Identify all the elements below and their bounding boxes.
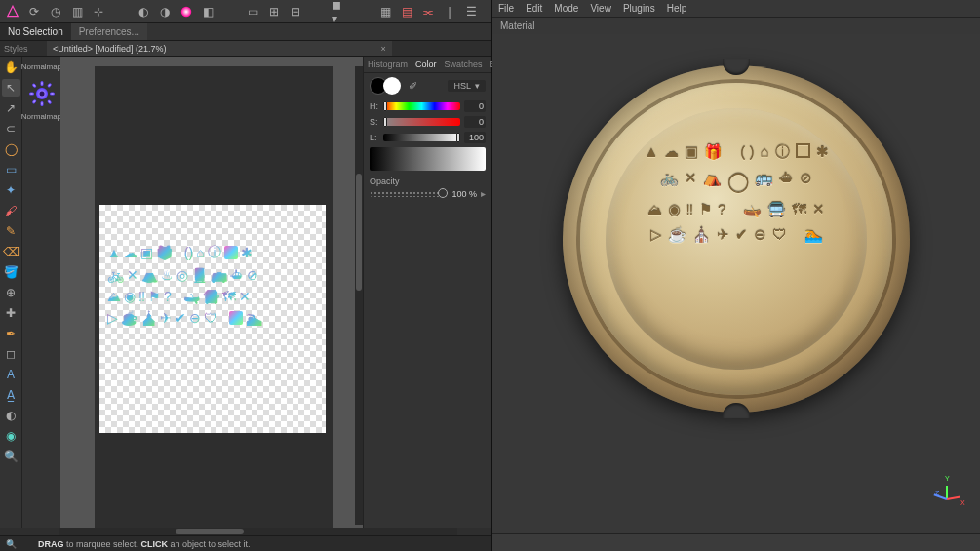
canvas-area[interactable]: ▲☁▣🎁 ()⌂ⓘ✱ 🚲✕⛺♨◎🚆🚌⛴⊘ ⛰◉‼⚑? 🛶🚍🗺✕ ▷☕⛪✈✔⊖🛡 … [60,57,363,528]
normalmap-tab[interactable]: Normalmap [20,60,63,73]
context-preferences[interactable]: Preferences... [71,23,147,40]
styles-panel-label[interactable]: Styles [4,44,28,54]
gradient-preview[interactable] [370,147,486,171]
document-tab-active[interactable]: <Untitled> [Modified] (21.7%) × [47,41,392,56]
canvas-document[interactable] [99,205,326,433]
svg-rect-2 [40,81,43,86]
status-drag-bold: DRAG [38,539,64,549]
menu-mode[interactable]: Mode [554,3,578,14]
clone-tool-icon[interactable]: ⊕ [2,284,20,301]
flood-select-icon[interactable]: ✦ [2,181,20,199]
left-panel: Normalmap [21,57,60,528]
svg-rect-8 [47,83,52,88]
zoom-tool-icon[interactable]: 🔍 [2,448,20,465]
refresh-icon[interactable]: ⟳ [25,3,43,20]
fill-icon[interactable]: ◼ ▾ [332,3,349,20]
brush-tool-icon[interactable]: 🖌 [2,202,20,219]
disc-notch-bottom [723,403,750,418]
material-preview-disc[interactable]: ▲☁▣🎁 ( )⌂ⓘ✱ 🚲✕⛺◯🚌⛴⊘ ⛰◉‼⚑? 🛶🚍🗺✕ ▷☕⛪✈✔⊖🛡 🏊 [563,65,910,413]
app-logo-icon [4,3,21,20]
normalmap-thumb[interactable] [25,77,59,110]
status-click-text: an object to select it. [168,539,251,549]
tab-swatches[interactable]: Swatches [441,59,487,69]
close-icon[interactable]: × [381,44,386,54]
document-tab-strip: Styles <Untitled> [Modified] (21.7%) × [0,41,491,57]
marquee-tool-icon[interactable]: ▭ [2,161,20,178]
svg-rect-6 [31,83,36,88]
gradient-tool-icon[interactable]: ◐ [2,407,20,424]
axis-z-label: Z [935,490,939,496]
bottom-shelf [492,533,980,551]
contrast-icon[interactable]: ◑ [156,3,174,20]
shape-tool-icon[interactable]: ◻ [2,345,20,363]
eyedrop-tool-icon[interactable]: ◉ [2,427,20,445]
axis-x-label: X [960,499,965,506]
horizontal-scrollbar[interactable] [59,528,457,535]
opacity-value[interactable]: 100 % [451,189,477,199]
ruler-icon[interactable]: ▤ [398,3,415,20]
hue-value[interactable]: 0 [464,100,486,112]
normalmap-label: Normalmap [21,112,61,121]
sat-value[interactable]: 0 [464,116,486,128]
chevron-right-icon[interactable]: ▸ [481,188,486,199]
menu-plugins[interactable]: Plugins [623,3,655,14]
lit-slider[interactable]: L: 100 [370,132,486,143]
select-sub-icon[interactable]: ⊟ [287,3,304,20]
tab-histogram[interactable]: Histogram [364,59,412,69]
snap-icon[interactable]: ⊹ [90,3,107,20]
channels-icon[interactable]: ◧ [199,3,216,20]
pen-tool-icon[interactable]: ✒ [2,325,20,342]
lit-value[interactable]: 100 [464,132,486,143]
workspace: ✋ ↖ ↗ ⊂ ◯ ▭ ✦ 🖌 ✎ ⌫ 🪣 ⊕ ✚ ✒ ◻ A A̲ ◐ ◉ 🔍… [0,57,491,528]
lasso-tool-icon[interactable]: ◯ [2,140,20,158]
svg-rect-4 [29,93,34,96]
document-tab-title: <Untitled> [Modified] (21.7%) [53,44,167,54]
gear-icon [27,79,57,108]
pencil-tool-icon[interactable]: ✎ [2,222,20,240]
node-tool-icon[interactable]: ↗ [2,99,20,117]
svg-rect-5 [50,93,55,96]
viewport-3d[interactable]: ▲☁▣🎁 ( )⌂ⓘ✱ 🚲✕⛺◯🚌⛴⊘ ⛰◉‼⚑? 🛶🚍🗺✕ ▷☕⛪✈✔⊖🛡 🏊 [492,34,980,533]
chevron-down-icon: ▾ [475,81,480,91]
arrange-icon[interactable]: ☰ [462,3,480,20]
engraved-glyphs: ▲☁▣🎁 ( )⌂ⓘ✱ 🚲✕⛺◯🚌⛴⊘ ⛰◉‼⚑? 🛶🚍🗺✕ ▷☕⛪✈✔⊖🛡 🏊 [621,143,851,244]
sat-slider[interactable]: S: 0 [370,116,486,128]
menu-help[interactable]: Help [667,3,687,14]
crop-tool-icon[interactable]: ⊂ [2,120,20,138]
menu-view[interactable]: View [590,3,611,14]
half-circle-icon[interactable]: ◐ [135,3,152,20]
tools-column: ✋ ↖ ↗ ⊂ ◯ ▭ ✦ 🖌 ✎ ⌫ 🪣 ⊕ ✚ ✒ ◻ A A̲ ◐ ◉ 🔍 [0,57,21,528]
link-icon[interactable]: ⫘ [419,3,437,20]
hand-tool-icon[interactable]: ✋ [2,59,20,76]
text-tool-icon[interactable]: A [2,366,20,383]
eyedropper-icon[interactable]: ✐ [409,80,417,93]
history-icon[interactable]: ◷ [47,3,64,20]
hue-slider[interactable]: H: 0 [370,100,486,112]
move-tool-icon[interactable]: ↖ [2,79,20,97]
search-icon[interactable]: 🔍 [6,539,17,549]
separator-icon: | [441,3,458,20]
color-mode-dropdown[interactable]: HSL ▾ [448,80,486,92]
panel-title: Material [492,18,980,34]
fill-tool-icon[interactable]: 🪣 [2,263,20,281]
menu-file[interactable]: File [498,3,514,14]
image-editor-app: ⟳ ◷ ▥ ⊹ ◐ ◑ ◧ ▭ ⊞ ⊟ ◼ ▾ ▦ ▤ ⫘ | ☰ No Sel… [0,0,492,551]
layers-toggle-icon[interactable]: ▥ [68,3,86,20]
frame-text-icon[interactable]: A̲ [2,386,20,404]
grid-icon[interactable]: ▦ [376,3,394,20]
heal-tool-icon[interactable]: ✚ [2,304,20,322]
lit-label: L: [370,133,379,142]
axis-gizmo[interactable]: Y X Z [937,477,970,510]
select-rect-icon[interactable]: ▭ [244,3,261,20]
vertical-scrollbar[interactable] [355,66,363,525]
axis-y-label: Y [945,475,950,482]
opacity-slider[interactable] [370,191,448,197]
erase-tool-icon[interactable]: ⌫ [2,243,20,260]
tab-color[interactable]: Color [412,59,441,69]
color-wheel-icon[interactable] [177,3,195,20]
swatch-secondary[interactable] [383,77,401,95]
svg-point-0 [181,6,192,17]
sat-label: S: [370,117,379,127]
menu-edit[interactable]: Edit [526,3,542,14]
select-add-icon[interactable]: ⊞ [265,3,283,20]
